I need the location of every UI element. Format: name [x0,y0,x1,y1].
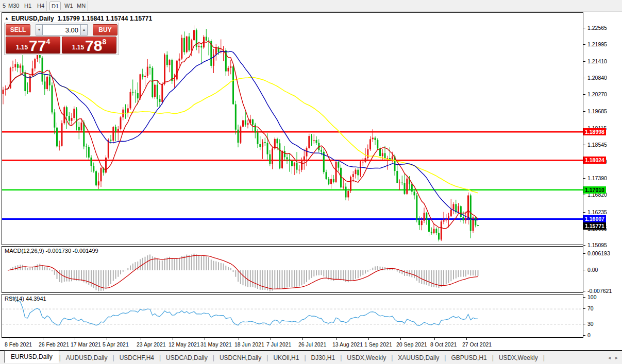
rsi-line [8,298,478,325]
date-label: 5 Apr 2021 [103,341,129,348]
axis-tick: 1.20840 [583,75,607,81]
tab-scroll-right-button[interactable]: ▸ [615,355,618,360]
price-line-label: 1.18998 [583,128,606,135]
chart-tab-bar: EURUSD,Daily|AUDUSD,Daily|USDCHF,H4|USDC… [0,350,622,364]
price-line-label: 1.18024 [583,157,606,164]
date-tick [337,338,337,340]
axis-tick: 100 [583,294,597,300]
timeframe-button-mn[interactable]: MN [75,2,87,10]
sell-price-point: 4 [46,38,50,46]
date-label: 26 Jul 2021 [298,341,326,348]
tab-usdcad-daily[interactable]: USDCAD,Daily [161,353,213,363]
tab-audusd-daily[interactable]: AUDUSD,Daily [61,353,113,363]
axis-tick: 0.006193 [583,250,610,256]
axis-tick: 1.22565 [583,25,607,31]
timeframe-button-w1[interactable]: W1 [63,2,75,10]
axis-tick: 70 [583,305,594,311]
rsi-label: RSI(14) 44.3941 [5,296,46,302]
axis-tick: 1.18545 [583,142,607,148]
date-tick [400,338,401,340]
date-tick [43,338,43,340]
tab-usdcnh-daily[interactable]: USDCNH,Daily [214,353,266,363]
macd-indicator-panel: MACD(12,26,9) -0.001730 -0.001499 [2,246,583,293]
macd-label: MACD(12,26,9) -0.001730 -0.001499 [5,248,98,254]
sell-price-tile[interactable]: 1.15 77 4 [6,37,60,54]
date-tick [205,338,205,340]
axis-tick: 1.21995 [583,41,607,47]
date-label: 26 Feb 2021 [39,341,69,348]
axis-tick: 1.17390 [583,175,607,181]
date-tick [239,338,239,340]
axis-tick: -0.007621 [583,288,612,294]
date-label: 12 May 2021 [169,341,200,348]
chart-title: ▲EURUSD,Daily1.15799 1.15841 1.15744 1.1… [5,15,152,22]
date-label: 23 Apr 2021 [137,341,166,348]
timeframe-button-h1[interactable]: H1 [23,2,33,10]
date-tick [368,338,369,340]
date-label: 18 Jun 2021 [234,341,264,348]
date-axis[interactable]: 8 Feb 202126 Feb 202117 Mar 20215 Apr 20… [0,338,583,350]
date-label: 17 Mar 2021 [71,341,101,348]
tab-scroll-left-button[interactable]: ◂ [608,355,611,360]
axis-tick: 1.16235 [583,209,607,215]
volume-input[interactable] [43,24,80,36]
date-tick [271,338,271,340]
tab-usdx-weekly[interactable]: USDX,Weekly [342,353,391,363]
timeframe-button-m30[interactable]: M30 [7,2,21,10]
symbol-period-label: EURUSD,Daily [11,15,54,22]
one-click-trade-panel: SELL ▼ ▲ BUY 1.15 77 4 1.15 78 8 [4,23,119,55]
tab-eurusd-daily[interactable]: EURUSD,Daily [4,351,59,363]
rsi-chart [2,294,583,337]
buy-price-pips: 78 [85,38,102,53]
date-tick [107,338,107,340]
buy-price-point: 8 [102,38,106,46]
timeframe-button-h4[interactable]: H4 [36,2,46,10]
tab-ukoil-h1[interactable]: UKOil,H1 [268,353,304,363]
date-tick [75,338,75,340]
date-tick [9,338,9,340]
ma-fast-line [6,41,478,229]
sell-price-pips: 77 [29,38,46,53]
axis-tick: 0 [583,332,591,338]
ohlc-values: 1.15799 1.15841 1.15744 1.15771 [58,15,153,22]
date-tick [302,338,303,340]
tab-xauusd-daily[interactable]: XAUUSD,Daily [393,353,444,363]
date-label: 1 Sep 2021 [364,341,392,348]
tab-usdchf-h4[interactable]: USDCHF,H4 [114,353,159,363]
sell-button[interactable]: SELL [6,24,30,36]
volume-increase-button[interactable]: ▲ [80,24,88,36]
rsi-indicator-panel: RSI(14) 44.3941 [2,294,583,338]
axis-tick: 1.21410 [583,58,607,64]
sell-price-figure: 1.15 [16,44,28,51]
timeframe-toolbar: 5M30H1H4D1W1MN [0,0,622,12]
date-tick [466,338,467,340]
date-tick [141,338,141,340]
axis-tick: 0.00 [583,267,598,273]
date-label: 20 Sep 2021 [396,341,427,348]
volume-decrease-button[interactable]: ▼ [36,24,43,36]
tab-dj30-h1[interactable]: DJ30,H1 [306,353,341,363]
buy-price-figure: 1.15 [72,44,84,51]
axis-tick: 1.15095 [583,242,607,248]
date-label: 8 Oct 2021 [430,341,457,348]
axis-tick: 1.20270 [583,91,607,97]
price-line-label: 1.15771 [583,222,606,230]
toolbar-separator [88,1,88,11]
tab-gbpusd-h1[interactable]: GBPUSD,H1 [446,353,492,363]
timeframe-button-d1[interactable]: D1 [49,2,61,10]
tab-usdx-weekly[interactable]: USDX,Weekly [494,353,543,363]
collapse-quotes-icon[interactable]: ▲ [5,16,9,21]
axis-tick: 1.19685 [583,108,607,114]
buy-price-tile[interactable]: 1.15 78 8 [62,37,116,54]
tab-separator: | [543,354,545,361]
price-axis[interactable]: 1.225651.219951.214101.208401.202701.196… [583,0,622,350]
date-label: 7 Jul 2021 [266,341,291,348]
buy-button[interactable]: BUY [93,24,117,36]
price-line-label: 1.16007 [583,215,606,222]
ma-slow-line [6,73,478,193]
price-line-label: 1.17010 [583,186,606,194]
axis-tick: 30 [583,321,594,327]
date-label: 31 May 2021 [200,341,232,348]
date-label: 13 Aug 2021 [332,341,363,348]
date-tick [173,338,173,340]
